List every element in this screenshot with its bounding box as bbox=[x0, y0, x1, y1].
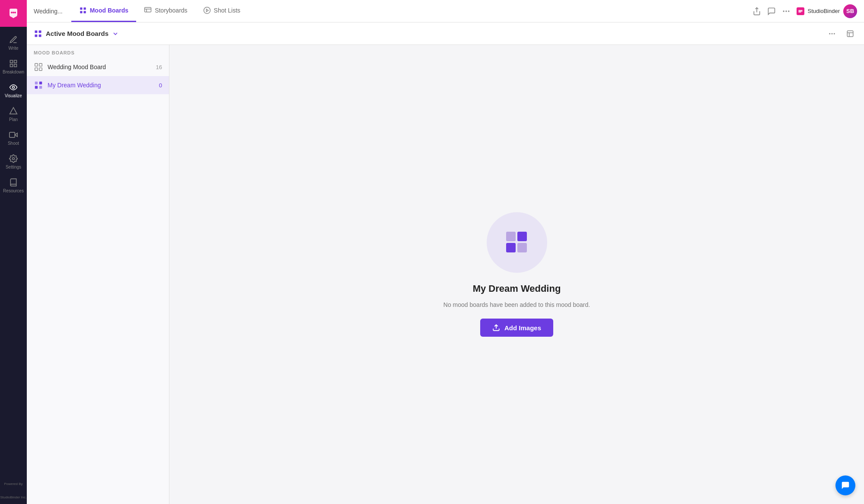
empty-state: My Dream Wedding No mood boards have bee… bbox=[443, 212, 590, 337]
svg-rect-32 bbox=[847, 31, 853, 37]
svg-rect-36 bbox=[39, 64, 42, 66]
top-nav-right: StudioBinder SB bbox=[752, 4, 857, 18]
empty-state-container: My Dream Wedding No mood boards have bee… bbox=[169, 45, 864, 504]
tab-bar: Mood Boards Storyboards Shot Lists bbox=[71, 0, 752, 22]
svg-marker-19 bbox=[206, 9, 208, 12]
content-area: Active Mood Boards bbox=[27, 22, 864, 504]
shot-lists-tab-icon bbox=[203, 6, 211, 14]
share-icon[interactable] bbox=[752, 7, 761, 16]
svg-rect-11 bbox=[80, 7, 82, 10]
storyboards-tab-icon bbox=[144, 6, 152, 14]
comment-icon[interactable] bbox=[767, 7, 776, 16]
svg-marker-8 bbox=[10, 108, 17, 114]
svg-rect-28 bbox=[39, 34, 41, 37]
sidebar-nav: Write Breakdown Visualize Plan bbox=[0, 27, 27, 482]
tab-shot-lists[interactable]: Shot Lists bbox=[195, 0, 248, 22]
mood-board-illustration bbox=[502, 227, 532, 258]
svg-rect-4 bbox=[14, 61, 17, 63]
svg-rect-12 bbox=[83, 7, 86, 10]
svg-rect-43 bbox=[506, 232, 516, 241]
svg-rect-3 bbox=[10, 61, 13, 63]
svg-rect-45 bbox=[506, 243, 516, 252]
svg-rect-39 bbox=[35, 82, 38, 84]
sub-header-more-button[interactable] bbox=[825, 27, 839, 41]
empty-state-title: My Dream Wedding bbox=[473, 283, 561, 294]
chevron-down-icon bbox=[112, 30, 119, 37]
svg-rect-41 bbox=[35, 86, 38, 89]
user-avatar: SB bbox=[843, 4, 857, 18]
active-mood-boards-dropdown[interactable]: Active Mood Boards bbox=[46, 30, 119, 37]
sidebar-item-shoot[interactable]: Shoot bbox=[0, 126, 27, 150]
more-options-icon[interactable] bbox=[782, 7, 791, 16]
powered-by-label: Powered By StudioBinder Inc. bbox=[0, 482, 27, 504]
mood-board-active-item-icon bbox=[34, 80, 43, 90]
svg-rect-26 bbox=[39, 30, 41, 33]
svg-rect-27 bbox=[35, 34, 38, 37]
sidebar-item-plan[interactable]: Plan bbox=[0, 102, 27, 126]
user-badge[interactable]: StudioBinder SB bbox=[797, 4, 857, 18]
mood-board-item-dream-wedding[interactable]: My Dream Wedding 0 bbox=[27, 76, 169, 94]
svg-rect-14 bbox=[83, 11, 86, 13]
empty-state-subtitle: No mood boards have been added to this m… bbox=[443, 301, 590, 308]
svg-rect-44 bbox=[517, 232, 527, 241]
chat-widget-button[interactable] bbox=[835, 475, 855, 495]
project-title[interactable]: Wedding... bbox=[34, 8, 63, 15]
svg-rect-15 bbox=[145, 7, 151, 12]
sub-header-layout-button[interactable] bbox=[843, 27, 857, 41]
tab-mood-boards[interactable]: Mood Boards bbox=[71, 0, 136, 22]
sidebar-item-write[interactable]: Write bbox=[0, 31, 27, 55]
svg-point-18 bbox=[204, 7, 210, 14]
chat-icon bbox=[841, 481, 850, 490]
mood-board-item-icon bbox=[34, 62, 43, 72]
svg-point-0 bbox=[11, 12, 13, 13]
svg-rect-5 bbox=[10, 64, 13, 67]
left-panel: MOOD BOARDS Wedding Mood Board 16 bbox=[27, 45, 169, 504]
svg-rect-9 bbox=[10, 132, 15, 137]
sidebar-item-settings[interactable]: Settings bbox=[0, 150, 27, 174]
sidebar-item-resources[interactable]: Resources bbox=[0, 174, 27, 198]
svg-rect-6 bbox=[14, 64, 17, 67]
mood-board-item-wedding[interactable]: Wedding Mood Board 16 bbox=[27, 58, 169, 76]
svg-point-31 bbox=[834, 33, 835, 34]
svg-point-23 bbox=[788, 10, 789, 12]
svg-point-22 bbox=[785, 10, 787, 12]
studiobinder-logo bbox=[797, 7, 804, 15]
empty-state-icon bbox=[487, 212, 547, 273]
icon-sidebar: Write Breakdown Visualize Plan bbox=[0, 0, 27, 504]
mood-boards-section-header: MOOD BOARDS bbox=[27, 45, 169, 58]
svg-point-1 bbox=[13, 12, 14, 13]
mood-boards-tab-icon bbox=[79, 6, 87, 14]
svg-point-2 bbox=[14, 12, 16, 13]
svg-point-29 bbox=[829, 33, 830, 34]
svg-rect-35 bbox=[35, 64, 38, 66]
tab-storyboards[interactable]: Storyboards bbox=[136, 0, 195, 22]
main-area: Wedding... Mood Boards St bbox=[27, 0, 864, 504]
svg-point-10 bbox=[13, 158, 15, 160]
app-logo[interactable] bbox=[0, 0, 27, 27]
svg-rect-38 bbox=[39, 68, 42, 70]
svg-point-30 bbox=[832, 33, 833, 34]
svg-rect-37 bbox=[35, 68, 38, 70]
svg-rect-46 bbox=[517, 243, 527, 252]
svg-point-21 bbox=[783, 10, 784, 12]
svg-rect-42 bbox=[39, 86, 42, 89]
svg-rect-25 bbox=[35, 30, 38, 33]
svg-point-7 bbox=[13, 86, 15, 89]
sub-header-right bbox=[825, 27, 857, 41]
top-nav: Wedding... Mood Boards St bbox=[27, 0, 864, 22]
mood-boards-filter-icon bbox=[34, 29, 42, 38]
sidebar-item-visualize[interactable]: Visualize bbox=[0, 79, 27, 102]
sub-header: Active Mood Boards bbox=[27, 22, 864, 45]
sub-header-left: Active Mood Boards bbox=[34, 29, 119, 38]
upload-icon bbox=[492, 324, 500, 332]
add-images-button[interactable]: Add Images bbox=[480, 319, 553, 337]
main-panel: My Dream Wedding No mood boards have bee… bbox=[169, 45, 864, 504]
svg-rect-40 bbox=[39, 82, 42, 84]
svg-rect-13 bbox=[80, 11, 82, 13]
sidebar-item-breakdown[interactable]: Breakdown bbox=[0, 55, 27, 79]
